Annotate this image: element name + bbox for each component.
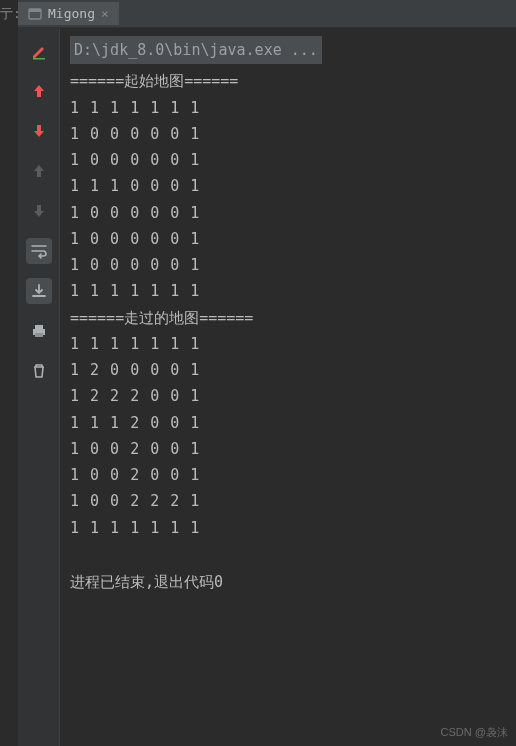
grid-row: 1 2 0 0 0 0 1 — [70, 357, 506, 383]
section-header-2: ======走过的地图====== — [70, 305, 506, 331]
tab-migong[interactable]: Migong × — [18, 2, 119, 25]
close-icon[interactable]: × — [101, 6, 109, 21]
grid-row: 1 2 2 2 0 0 1 — [70, 383, 506, 409]
pencil-icon — [30, 42, 48, 60]
section-header-1: ======起始地图====== — [70, 68, 506, 94]
grid-row: 1 1 1 1 1 1 1 — [70, 278, 506, 304]
svg-rect-2 — [33, 58, 45, 60]
blank-line — [70, 541, 506, 567]
svg-rect-1 — [29, 9, 41, 12]
grid-row: 1 1 1 1 1 1 1 — [70, 95, 506, 121]
grid-row: 1 0 0 2 0 0 1 — [70, 436, 506, 462]
rerun-button[interactable] — [26, 38, 52, 64]
command-line: D:\jdk_8.0\bin\java.exe ... — [70, 36, 322, 64]
grid-row: 1 0 0 0 0 0 1 — [70, 226, 506, 252]
trash-icon — [31, 363, 47, 379]
scroll-to-end-button[interactable] — [26, 278, 52, 304]
wrap-icon — [30, 243, 48, 259]
grid-row: 1 0 0 0 0 0 1 — [70, 252, 506, 278]
arrow-up-grey-icon — [31, 163, 47, 179]
grid-row: 1 0 0 0 0 0 1 — [70, 200, 506, 226]
download-icon — [30, 283, 48, 299]
watermark: CSDN @袅沫 — [441, 725, 508, 740]
grid-row: 1 0 0 2 0 0 1 — [70, 462, 506, 488]
tab-bar: Migong × — [18, 0, 516, 28]
down-disabled-button — [26, 198, 52, 224]
grid-row: 1 0 0 2 2 2 1 — [70, 488, 506, 514]
main-area: D:\jdk_8.0\bin\java.exe ... ======起始地图==… — [18, 28, 516, 746]
run-tab-icon — [28, 7, 42, 21]
print-button[interactable] — [26, 318, 52, 344]
grid-row: 1 0 0 0 0 0 1 — [70, 147, 506, 173]
down-button[interactable] — [26, 118, 52, 144]
up-button[interactable] — [26, 78, 52, 104]
exit-message: 进程已结束,退出代码0 — [70, 569, 506, 595]
print-icon — [30, 323, 48, 339]
tab-label: Migong — [48, 6, 95, 21]
arrow-down-icon — [31, 123, 47, 139]
svg-rect-3 — [35, 325, 43, 329]
grid-row: 1 1 1 1 1 1 1 — [70, 331, 506, 357]
svg-rect-5 — [35, 333, 43, 337]
arrow-down-grey-icon — [31, 203, 47, 219]
up-disabled-button — [26, 158, 52, 184]
grid-row: 1 1 1 0 0 0 1 — [70, 173, 506, 199]
grid-row: 1 1 1 2 0 0 1 — [70, 410, 506, 436]
grid-row: 1 1 1 1 1 1 1 — [70, 515, 506, 541]
grid-row: 1 0 0 0 0 0 1 — [70, 121, 506, 147]
arrow-up-icon — [31, 83, 47, 99]
console-output[interactable]: D:\jdk_8.0\bin\java.exe ... ======起始地图==… — [60, 28, 516, 746]
soft-wrap-button[interactable] — [26, 238, 52, 264]
gutter-toolbar — [18, 28, 60, 746]
delete-button[interactable] — [26, 358, 52, 384]
